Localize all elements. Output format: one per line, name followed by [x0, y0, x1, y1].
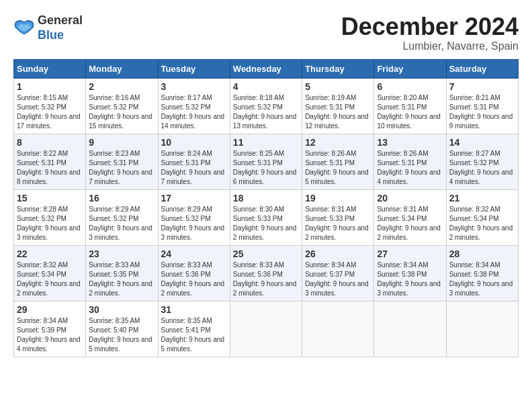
- calendar-week-row: 29Sunrise: 8:34 AMSunset: 5:39 PMDayligh…: [14, 301, 519, 357]
- day-info: Sunrise: 8:24 AMSunset: 5:31 PMDaylight:…: [161, 149, 227, 187]
- calendar-day-cell: 2Sunrise: 8:16 AMSunset: 5:32 PMDaylight…: [86, 78, 158, 134]
- calendar-week-row: 8Sunrise: 8:22 AMSunset: 5:31 PMDaylight…: [14, 134, 519, 189]
- calendar-day-cell: 9Sunrise: 8:23 AMSunset: 5:31 PMDaylight…: [86, 134, 158, 189]
- calendar-day-cell: 26Sunrise: 8:34 AMSunset: 5:37 PMDayligh…: [302, 245, 374, 301]
- calendar-day-cell: 15Sunrise: 8:28 AMSunset: 5:32 PMDayligh…: [14, 189, 86, 245]
- calendar-day-cell: 13Sunrise: 8:26 AMSunset: 5:31 PMDayligh…: [374, 134, 446, 189]
- calendar-day-cell: 10Sunrise: 8:24 AMSunset: 5:31 PMDayligh…: [158, 134, 230, 189]
- calendar-day-cell: [374, 301, 446, 357]
- day-number: 18: [233, 193, 299, 203]
- calendar-day-cell: 19Sunrise: 8:31 AMSunset: 5:33 PMDayligh…: [302, 189, 374, 245]
- day-info: Sunrise: 8:21 AMSunset: 5:31 PMDaylight:…: [449, 93, 515, 131]
- day-number: 25: [233, 248, 299, 259]
- day-info: Sunrise: 8:33 AMSunset: 5:36 PMDaylight:…: [161, 261, 227, 298]
- day-number: 9: [89, 137, 154, 148]
- calendar-day-cell: 20Sunrise: 8:31 AMSunset: 5:34 PMDayligh…: [374, 189, 446, 245]
- calendar-day-cell: 1Sunrise: 8:15 AMSunset: 5:32 PMDaylight…: [14, 78, 86, 134]
- calendar-day-cell: 31Sunrise: 8:35 AMSunset: 5:41 PMDayligh…: [158, 301, 230, 357]
- weekday-header: Thursday: [302, 59, 374, 78]
- day-info: Sunrise: 8:29 AMSunset: 5:32 PMDaylight:…: [89, 205, 154, 242]
- day-info: Sunrise: 8:34 AMSunset: 5:37 PMDaylight:…: [305, 261, 371, 298]
- weekday-header: Sunday: [14, 59, 86, 78]
- day-number: 30: [89, 304, 154, 315]
- calendar-week-row: 22Sunrise: 8:32 AMSunset: 5:34 PMDayligh…: [14, 245, 519, 301]
- day-info: Sunrise: 8:17 AMSunset: 5:32 PMDaylight:…: [161, 93, 227, 131]
- day-number: 22: [17, 248, 83, 259]
- logo: General Blue: [13, 13, 83, 42]
- day-number: 20: [377, 193, 443, 203]
- calendar-day-cell: [446, 301, 518, 357]
- calendar-day-cell: 30Sunrise: 8:35 AMSunset: 5:40 PMDayligh…: [86, 301, 158, 357]
- day-number: 1: [17, 81, 83, 92]
- day-number: 15: [17, 193, 83, 203]
- day-number: 21: [449, 193, 515, 203]
- day-info: Sunrise: 8:27 AMSunset: 5:32 PMDaylight:…: [449, 149, 515, 187]
- day-info: Sunrise: 8:32 AMSunset: 5:34 PMDaylight:…: [449, 205, 515, 242]
- day-info: Sunrise: 8:22 AMSunset: 5:31 PMDaylight:…: [17, 149, 83, 187]
- day-info: Sunrise: 8:25 AMSunset: 5:31 PMDaylight:…: [233, 149, 299, 187]
- calendar-day-cell: 22Sunrise: 8:32 AMSunset: 5:34 PMDayligh…: [14, 245, 86, 301]
- calendar-week-row: 15Sunrise: 8:28 AMSunset: 5:32 PMDayligh…: [14, 189, 519, 245]
- weekday-header: Tuesday: [158, 59, 230, 78]
- day-info: Sunrise: 8:31 AMSunset: 5:34 PMDaylight:…: [377, 205, 443, 242]
- title-block: December 2024 Lumbier, Navarre, Spain: [341, 13, 519, 52]
- calendar-day-cell: [302, 301, 374, 357]
- calendar-day-cell: 12Sunrise: 8:26 AMSunset: 5:31 PMDayligh…: [302, 134, 374, 189]
- calendar-day-cell: 17Sunrise: 8:29 AMSunset: 5:32 PMDayligh…: [158, 189, 230, 245]
- calendar-day-cell: [230, 301, 302, 357]
- day-number: 3: [161, 81, 227, 92]
- day-info: Sunrise: 8:15 AMSunset: 5:32 PMDaylight:…: [17, 93, 83, 131]
- day-number: 28: [449, 248, 515, 259]
- day-number: 31: [161, 304, 227, 315]
- day-info: Sunrise: 8:35 AMSunset: 5:40 PMDaylight:…: [89, 316, 154, 354]
- day-number: 16: [89, 193, 154, 203]
- day-info: Sunrise: 8:35 AMSunset: 5:41 PMDaylight:…: [161, 316, 227, 354]
- month-title: December 2024: [341, 13, 519, 40]
- logo-icon: [13, 17, 35, 39]
- calendar-day-cell: 28Sunrise: 8:34 AMSunset: 5:38 PMDayligh…: [446, 245, 518, 301]
- day-info: Sunrise: 8:30 AMSunset: 5:33 PMDaylight:…: [233, 205, 299, 242]
- day-number: 5: [305, 81, 371, 92]
- calendar-table: SundayMondayTuesdayWednesdayThursdayFrid…: [13, 59, 519, 357]
- day-info: Sunrise: 8:23 AMSunset: 5:31 PMDaylight:…: [89, 149, 154, 187]
- day-number: 8: [17, 137, 83, 148]
- day-number: 24: [161, 248, 227, 259]
- day-info: Sunrise: 8:32 AMSunset: 5:34 PMDaylight:…: [17, 261, 83, 298]
- day-info: Sunrise: 8:18 AMSunset: 5:32 PMDaylight:…: [233, 93, 299, 131]
- day-info: Sunrise: 8:19 AMSunset: 5:31 PMDaylight:…: [305, 93, 371, 131]
- day-info: Sunrise: 8:33 AMSunset: 5:35 PMDaylight:…: [89, 261, 154, 298]
- calendar-header-row: SundayMondayTuesdayWednesdayThursdayFrid…: [14, 59, 519, 78]
- day-number: 23: [89, 248, 154, 259]
- day-number: 19: [305, 193, 371, 203]
- logo-text: General Blue: [38, 13, 83, 42]
- day-number: 2: [89, 81, 154, 92]
- weekday-header: Monday: [86, 59, 158, 78]
- calendar-day-cell: 24Sunrise: 8:33 AMSunset: 5:36 PMDayligh…: [158, 245, 230, 301]
- calendar-day-cell: 16Sunrise: 8:29 AMSunset: 5:32 PMDayligh…: [86, 189, 158, 245]
- calendar-week-row: 1Sunrise: 8:15 AMSunset: 5:32 PMDaylight…: [14, 78, 519, 134]
- day-info: Sunrise: 8:31 AMSunset: 5:33 PMDaylight:…: [305, 205, 371, 242]
- day-number: 17: [161, 193, 227, 203]
- calendar-day-cell: 3Sunrise: 8:17 AMSunset: 5:32 PMDaylight…: [158, 78, 230, 134]
- day-number: 13: [377, 137, 443, 148]
- calendar-day-cell: 8Sunrise: 8:22 AMSunset: 5:31 PMDaylight…: [14, 134, 86, 189]
- calendar-day-cell: 11Sunrise: 8:25 AMSunset: 5:31 PMDayligh…: [230, 134, 302, 189]
- day-info: Sunrise: 8:33 AMSunset: 5:36 PMDaylight:…: [233, 261, 299, 298]
- calendar-day-cell: 5Sunrise: 8:19 AMSunset: 5:31 PMDaylight…: [302, 78, 374, 134]
- calendar-day-cell: 27Sunrise: 8:34 AMSunset: 5:38 PMDayligh…: [374, 245, 446, 301]
- day-info: Sunrise: 8:26 AMSunset: 5:31 PMDaylight:…: [377, 149, 443, 187]
- day-info: Sunrise: 8:28 AMSunset: 5:32 PMDaylight:…: [17, 205, 83, 242]
- day-info: Sunrise: 8:20 AMSunset: 5:31 PMDaylight:…: [377, 93, 443, 131]
- calendar-day-cell: 21Sunrise: 8:32 AMSunset: 5:34 PMDayligh…: [446, 189, 518, 245]
- day-number: 6: [377, 81, 443, 92]
- day-info: Sunrise: 8:26 AMSunset: 5:31 PMDaylight:…: [305, 149, 371, 187]
- day-info: Sunrise: 8:16 AMSunset: 5:32 PMDaylight:…: [89, 93, 154, 131]
- day-number: 11: [233, 137, 299, 148]
- day-info: Sunrise: 8:29 AMSunset: 5:32 PMDaylight:…: [161, 205, 227, 242]
- day-number: 29: [17, 304, 83, 315]
- calendar-day-cell: 4Sunrise: 8:18 AMSunset: 5:32 PMDaylight…: [230, 78, 302, 134]
- day-info: Sunrise: 8:34 AMSunset: 5:38 PMDaylight:…: [377, 261, 443, 298]
- calendar-day-cell: 29Sunrise: 8:34 AMSunset: 5:39 PMDayligh…: [14, 301, 86, 357]
- day-number: 7: [449, 81, 515, 92]
- calendar-day-cell: 6Sunrise: 8:20 AMSunset: 5:31 PMDaylight…: [374, 78, 446, 134]
